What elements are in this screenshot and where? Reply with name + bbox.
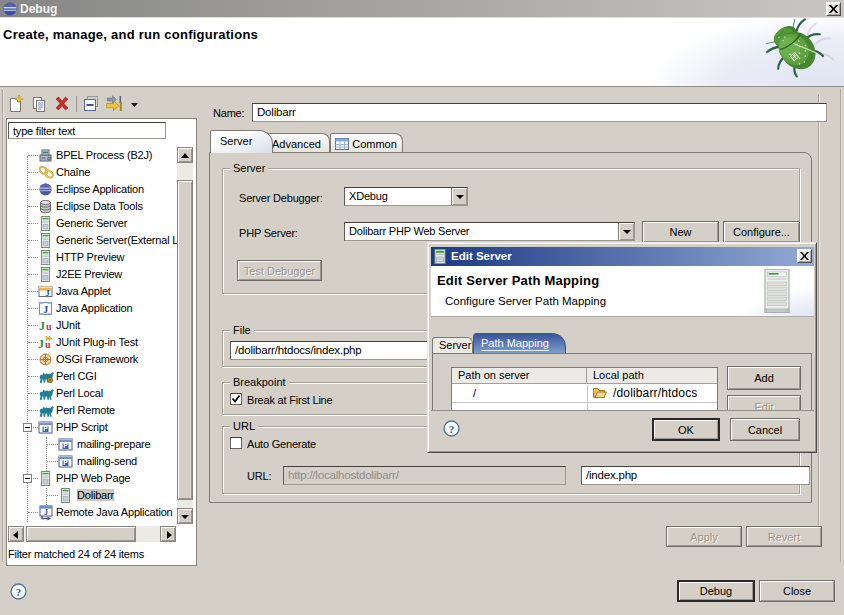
svg-text:J: J	[44, 508, 48, 517]
svg-text:u: u	[46, 321, 52, 332]
svg-text:P: P	[63, 459, 68, 466]
svg-text:?: ?	[449, 423, 455, 435]
svg-text:J: J	[45, 288, 50, 298]
svg-text:P: P	[43, 425, 48, 432]
svg-text:P: P	[63, 442, 68, 449]
svg-text:J: J	[43, 304, 48, 315]
svg-text:?: ?	[16, 586, 22, 598]
svg-text:J: J	[39, 319, 45, 333]
svg-text:J: J	[38, 337, 44, 350]
